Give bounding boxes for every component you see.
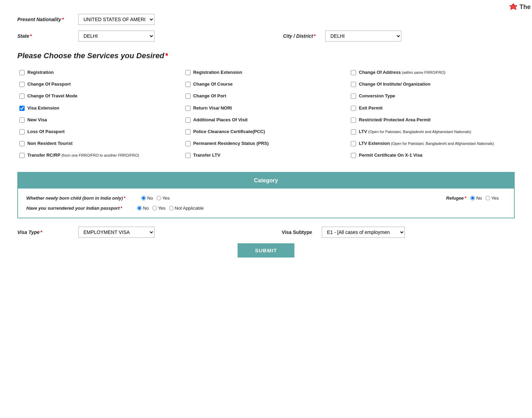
- service-label-restricted-area[interactable]: Restricted/ Protected Area Permit: [359, 117, 431, 123]
- passport-no-radio[interactable]: [137, 206, 142, 210]
- service-checkbox-new-visa[interactable]: [19, 117, 25, 123]
- passport-label: Have you surrendered your Indian passpor…: [26, 206, 137, 211]
- service-checkbox-permanent-residency[interactable]: [185, 141, 190, 146]
- category-header: Category: [18, 173, 514, 189]
- service-label-change-of-passport[interactable]: Change Of Passport: [27, 81, 71, 87]
- service-checkbox-ltv[interactable]: [351, 129, 356, 134]
- service-checkbox-transfer-ltv[interactable]: [185, 153, 190, 158]
- service-label-permit-certificate[interactable]: Permit Certificate On X-1 Visa: [359, 152, 422, 158]
- service-label-conversion-type[interactable]: Conversion Type: [359, 93, 395, 99]
- nationality-required: *: [62, 17, 64, 22]
- service-label-change-of-address[interactable]: Change Of Address (within same FRRO/FRO): [359, 69, 445, 76]
- visa-type-select[interactable]: EMPLOYMENT VISASTUDENT VISATOURIST VISAB…: [78, 227, 154, 238]
- service-label-non-resident-tourist[interactable]: Non Resident Tourist: [27, 140, 72, 147]
- passport-na-text: Not Applicable: [175, 206, 204, 211]
- service-checkbox-ltv-extension[interactable]: [351, 141, 356, 146]
- service-checkbox-exit-permit[interactable]: [351, 106, 356, 111]
- services-title: Please Choose the Services you Desired*: [17, 51, 515, 60]
- services-required: *: [165, 51, 168, 60]
- newborn-no-text: No: [147, 195, 153, 201]
- visa-type-label: Visa Type*: [17, 229, 73, 235]
- service-label-visa-extension[interactable]: Visa Extension: [27, 105, 59, 111]
- newborn-yes-label[interactable]: Yes: [157, 195, 170, 201]
- service-label-permanent-residency[interactable]: Permanent Residency Status (PRS): [193, 140, 269, 147]
- service-item-registration: Registration: [17, 67, 183, 78]
- service-checkbox-police-clearance[interactable]: [185, 129, 190, 134]
- submit-container: SUBMIT: [17, 243, 515, 258]
- service-checkbox-loss-of-passport[interactable]: [19, 129, 25, 134]
- refugee-yes-text: Yes: [491, 195, 499, 201]
- service-checkbox-transfer-rc-rp[interactable]: [19, 153, 25, 158]
- service-checkbox-registration[interactable]: [19, 70, 25, 75]
- passport-na-label[interactable]: Not Applicable: [169, 206, 204, 211]
- passport-yes-radio[interactable]: [152, 206, 157, 210]
- service-checkbox-additional-places[interactable]: [185, 117, 190, 123]
- service-item-change-of-port: Change Of Port: [183, 90, 349, 102]
- service-label-change-of-travel-mode[interactable]: Change Of Travel Mode: [27, 93, 77, 99]
- service-checkbox-conversion-type[interactable]: [351, 94, 356, 99]
- visa-type-group: Visa Type* EMPLOYMENT VISASTUDENT VISATO…: [17, 227, 154, 238]
- submit-button[interactable]: SUBMIT: [238, 243, 294, 258]
- city-field-group: City / District* DELHIMUMBAIKOLKATACHENN…: [278, 31, 401, 42]
- passport-no-label[interactable]: No: [137, 206, 149, 211]
- main-content: Present Nationality* UNITED STATES OF AM…: [0, 0, 532, 271]
- service-label-change-of-course[interactable]: Change Of Course: [193, 81, 233, 87]
- service-checkbox-change-of-institute[interactable]: [351, 82, 356, 87]
- nationality-select[interactable]: UNITED STATES OF AMERICAINDIAUNITED KING…: [78, 14, 154, 25]
- service-checkbox-change-of-port[interactable]: [185, 94, 190, 99]
- service-item-return-visa-nori: Return Visa/ NORI: [183, 102, 349, 114]
- passport-na-radio[interactable]: [169, 206, 174, 210]
- state-field-group: State* DELHIMUMBAIKOLKATACHENNAIBANGALOR…: [17, 31, 154, 42]
- service-checkbox-visa-extension[interactable]: [19, 106, 25, 111]
- service-checkbox-permit-certificate[interactable]: [351, 153, 356, 158]
- service-checkbox-registration-extension[interactable]: [185, 70, 190, 75]
- refugee-label: Refugee*: [446, 195, 466, 201]
- service-item-permanent-residency: Permanent Residency Status (PRS): [183, 138, 349, 149]
- newborn-yes-text: Yes: [162, 195, 170, 201]
- service-checkbox-non-resident-tourist[interactable]: [19, 141, 25, 146]
- service-checkbox-change-of-course[interactable]: [185, 82, 190, 87]
- service-label-registration[interactable]: Registration: [27, 69, 54, 76]
- top-badge: The: [508, 3, 531, 11]
- service-label-return-visa-nori[interactable]: Return Visa/ NORI: [193, 105, 232, 111]
- city-select[interactable]: DELHIMUMBAIKOLKATACHENNAIBANGALORE: [325, 31, 401, 42]
- visa-subtype-group: Visa Subtype E1 - [All cases of employme…: [275, 227, 405, 238]
- visa-row: Visa Type* EMPLOYMENT VISASTUDENT VISATO…: [17, 227, 515, 238]
- passport-yes-label[interactable]: Yes: [152, 206, 166, 211]
- service-label-new-visa[interactable]: New Visa: [27, 117, 47, 123]
- state-select[interactable]: DELHIMUMBAIKOLKATACHENNAIBANGALORE: [78, 31, 154, 42]
- newborn-no-radio[interactable]: [141, 196, 146, 200]
- refugee-radio-group: No Yes: [470, 195, 499, 201]
- service-label-ltv[interactable]: LTV (Open for Pakistani, Bangladeshi and…: [359, 129, 471, 135]
- service-label-loss-of-passport[interactable]: Loss Of Passport: [27, 129, 65, 135]
- service-label-change-of-port[interactable]: Change Of Port: [193, 93, 226, 99]
- service-checkbox-change-of-passport[interactable]: [19, 82, 25, 87]
- newborn-no-label[interactable]: No: [141, 195, 153, 201]
- service-checkbox-restricted-area[interactable]: [351, 117, 356, 123]
- service-label-ltv-extension[interactable]: LTV Extension (Open for Pakistani, Bangl…: [359, 140, 494, 147]
- refugee-no-label[interactable]: No: [470, 195, 482, 201]
- newborn-yes-radio[interactable]: [157, 196, 161, 200]
- refugee-yes-radio[interactable]: [486, 196, 490, 200]
- service-checkbox-change-of-travel-mode[interactable]: [19, 94, 25, 99]
- service-label-registration-extension[interactable]: Registration Extension: [193, 69, 242, 76]
- service-item-non-resident-tourist: Non Resident Tourist: [17, 138, 183, 149]
- service-item-change-of-course: Change Of Course: [183, 78, 349, 90]
- refugee-no-radio[interactable]: [470, 196, 475, 200]
- passport-required: *: [120, 206, 122, 211]
- passport-radio-group: No Yes Not Applicable: [137, 206, 204, 211]
- city-label: City / District*: [278, 33, 320, 39]
- service-label-additional-places[interactable]: Additional Places Of Visit: [193, 117, 248, 123]
- service-label-transfer-rc-rp[interactable]: Transfer RC/RP (from one FRRO/FRO to ano…: [27, 152, 139, 158]
- service-checkbox-return-visa-nori[interactable]: [185, 106, 190, 111]
- service-checkbox-change-of-address[interactable]: [351, 70, 356, 75]
- service-label-change-of-institute[interactable]: Change Of Institute/ Organization: [359, 81, 431, 87]
- service-label-exit-permit[interactable]: Exit Permit: [359, 105, 382, 111]
- passport-yes-text: Yes: [158, 206, 166, 211]
- visa-subtype-select[interactable]: E1 - [All cases of employmenE2 - Other e…: [322, 227, 405, 238]
- newborn-radio-group: No Yes: [141, 195, 170, 201]
- refugee-yes-label[interactable]: Yes: [486, 195, 499, 201]
- service-item-change-of-passport: Change Of Passport: [17, 78, 183, 90]
- service-label-transfer-ltv[interactable]: Transfer LTV: [193, 152, 221, 158]
- service-label-police-clearance[interactable]: Police Clearance Certificate(PCC): [193, 129, 265, 135]
